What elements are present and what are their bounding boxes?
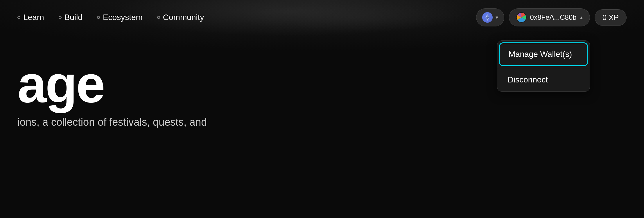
network-selector-button[interactable]: ▾ [476, 8, 504, 26]
nav-links: Learn Build Ecosystem Community [17, 13, 473, 22]
nav-actions: ▾ 0x8FeA...C80b ▴ [476, 8, 627, 26]
wallet-avatar [516, 12, 527, 23]
nav-label-community: Community [163, 13, 204, 22]
xp-label: 0 XP [602, 13, 619, 22]
nav-dot-ecosystem [97, 16, 100, 19]
nav-dot-build [59, 16, 62, 19]
ethereum-icon [482, 12, 493, 23]
network-chevron-down-icon: ▾ [496, 14, 498, 21]
xp-button[interactable]: 0 XP [595, 9, 627, 26]
nav-dot-community [157, 16, 160, 19]
navbar: Learn Build Ecosystem Community [0, 0, 644, 35]
nav-dot-learn [17, 16, 20, 19]
nav-link-learn[interactable]: Learn [17, 13, 44, 22]
nav-label-learn: Learn [23, 13, 44, 22]
nav-link-build[interactable]: Build [59, 13, 82, 22]
wallet-button[interactable]: 0x8FeA...C80b ▴ [509, 8, 590, 26]
nav-label-build: Build [64, 13, 82, 22]
wallet-chevron-up-icon: ▴ [580, 14, 583, 21]
nav-link-ecosystem[interactable]: Ecosystem [97, 13, 143, 22]
nav-label-ecosystem: Ecosystem [103, 13, 143, 22]
manage-wallets-label: Manage Wallet(s) [509, 50, 572, 59]
nav-link-community[interactable]: Community [157, 13, 204, 22]
wallet-dropdown-menu: Manage Wallet(s) Disconnect [497, 40, 590, 92]
wallet-address-label: 0x8FeA...C80b [530, 13, 577, 21]
manage-wallets-item[interactable]: Manage Wallet(s) [499, 42, 588, 66]
wallet-wrapper: 0x8FeA...C80b ▴ Manage Wallet(s) Disconn… [509, 8, 590, 26]
hero-subtitle: ions, a collection of festivals, quests,… [17, 116, 627, 128]
disconnect-label: Disconnect [508, 75, 548, 84]
disconnect-item[interactable]: Disconnect [497, 68, 590, 91]
